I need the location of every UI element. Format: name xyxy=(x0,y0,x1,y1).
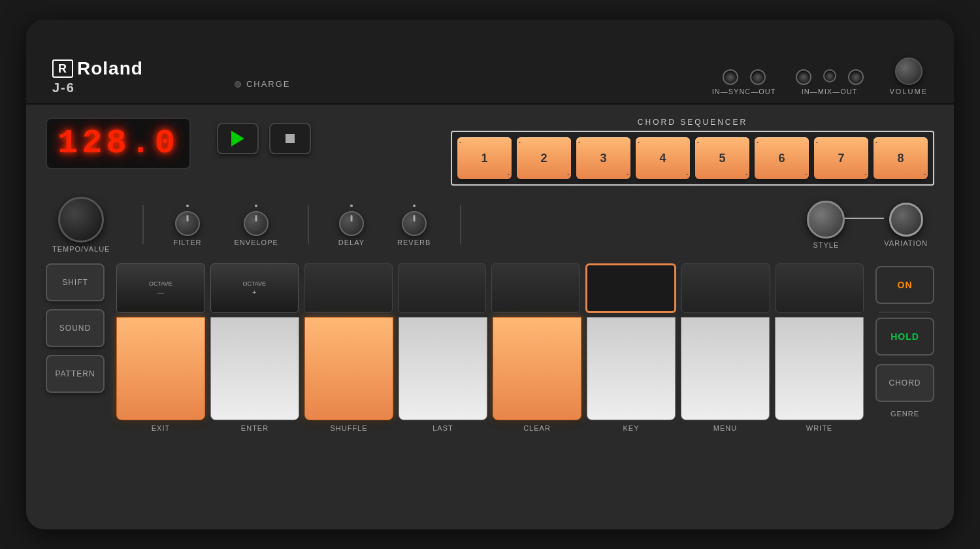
chord-sequencer: CHORD SEQUENCER 1 2 3 4 5 6 7 8 xyxy=(451,118,934,186)
stop-icon xyxy=(286,134,295,143)
mix-connector-group: IN—MIX—OUT xyxy=(796,69,864,95)
delay-dot xyxy=(350,205,353,207)
chord-seq-btn-6[interactable]: 6 xyxy=(755,137,809,179)
chord-button[interactable]: CHORD xyxy=(875,364,934,402)
mix-out-jack[interactable] xyxy=(848,69,864,85)
delay-knob[interactable] xyxy=(339,211,364,236)
chord-seq-frame: 1 2 3 4 5 6 7 8 xyxy=(451,131,934,186)
tempo-display: 128.0 xyxy=(46,118,191,169)
filter-label: FILTER xyxy=(173,239,201,246)
sync-jacks xyxy=(723,69,766,85)
black-key-7[interactable] xyxy=(681,263,770,313)
on-button[interactable]: ON xyxy=(875,266,934,304)
charge-label: CHARGE xyxy=(246,79,291,89)
roland-logo: R Roland xyxy=(52,58,143,79)
black-key-3[interactable] xyxy=(304,263,393,313)
menu-key[interactable] xyxy=(681,317,770,420)
mix-in-jack[interactable] xyxy=(796,69,811,85)
style-label: STYLE xyxy=(813,241,839,249)
key-labels: EXIT ENTER SHUFFLE LAST CLEAR KEY MENU W… xyxy=(116,424,864,432)
tempo-knob-label: TEMPO/VALUE xyxy=(52,245,110,253)
stop-button[interactable] xyxy=(269,123,311,154)
octave-plus-key[interactable]: OCTAVE + xyxy=(210,263,299,313)
enter-label: ENTER xyxy=(210,424,299,432)
mix-headphone-jack[interactable] xyxy=(823,69,836,82)
chord-seq-btn-7[interactable]: 7 xyxy=(814,137,868,179)
mix-jacks xyxy=(796,69,864,85)
black-key-8[interactable] xyxy=(776,263,864,313)
white-keys-row xyxy=(116,317,864,420)
reverb-dot xyxy=(413,205,416,207)
tempo-knob[interactable] xyxy=(58,197,104,242)
clear-key[interactable] xyxy=(493,317,581,420)
right-buttons: ON HOLD CHORD GENRE xyxy=(875,263,934,420)
device-body: R Roland J-6 CHARGE IN—SYNC—OUT xyxy=(26,20,954,529)
volume-knob[interactable] xyxy=(895,58,923,85)
chord-seq-btn-5[interactable]: 5 xyxy=(695,137,749,179)
black-key-6-orange[interactable] xyxy=(585,263,677,313)
chord-seq-label: CHORD SEQUENCER xyxy=(451,118,934,127)
shift-button[interactable]: SHIFT xyxy=(46,263,105,301)
style-variation-connector xyxy=(845,218,884,219)
menu-label: MENU xyxy=(681,424,770,432)
last-key[interactable] xyxy=(399,317,487,420)
octave-minus-key[interactable]: OCTAVE — xyxy=(116,263,205,313)
transport-buttons xyxy=(217,123,311,154)
chord-seq-btn-1[interactable]: 1 xyxy=(457,137,512,179)
black-key-5[interactable] xyxy=(491,263,580,313)
pattern-button[interactable]: PATTERN xyxy=(46,355,105,393)
chord-seq-btn-3[interactable]: 3 xyxy=(576,137,630,179)
last-label: LAST xyxy=(399,424,487,432)
main-panel: 128.0 CHORD SEQUENCER 1 xyxy=(26,105,954,529)
key-label: KEY xyxy=(587,424,676,432)
volume-label: VOLUME xyxy=(890,88,928,95)
connectors-area: IN—SYNC—OUT IN—MIX—OUT VOLUME xyxy=(712,58,928,95)
reverb-label: REVERB xyxy=(397,239,431,246)
charge-dot-icon xyxy=(235,81,241,88)
sync-label: IN—SYNC—OUT xyxy=(712,88,776,95)
envelope-dot xyxy=(255,205,257,207)
variation-knob[interactable] xyxy=(889,203,923,237)
play-button[interactable] xyxy=(217,123,259,154)
charge-area: CHARGE xyxy=(235,79,291,95)
enter-key[interactable] xyxy=(210,317,299,420)
black-keys-row: OCTAVE — OCTAVE + xyxy=(116,263,864,313)
shuffle-label: SHUFFLE xyxy=(304,424,393,432)
envelope-knob[interactable] xyxy=(244,211,269,236)
exit-key[interactable] xyxy=(116,317,205,420)
chord-seq-btn-8[interactable]: 8 xyxy=(874,137,928,179)
mix-label: IN—MIX—OUT xyxy=(802,88,858,95)
shuffle-key[interactable] xyxy=(304,317,393,420)
knob-divider-2 xyxy=(308,205,309,244)
chord-seq-btn-4[interactable]: 4 xyxy=(636,137,690,179)
genre-label: GENRE xyxy=(890,410,919,418)
sound-button[interactable]: SOUND xyxy=(46,309,105,347)
envelope-label: ENVELOPE xyxy=(235,239,278,246)
write-label: WRITE xyxy=(775,424,864,432)
variation-label: VARIATION xyxy=(884,239,928,247)
key-key[interactable] xyxy=(587,317,676,420)
roland-r-icon: R xyxy=(52,59,73,78)
black-key-4[interactable] xyxy=(398,263,487,313)
brand-area: R Roland J-6 xyxy=(52,58,143,95)
left-buttons: SHIFT SOUND PATTERN xyxy=(46,263,105,393)
filter-dot xyxy=(186,205,189,207)
exit-label: EXIT xyxy=(116,424,205,432)
hold-button[interactable]: HOLD xyxy=(875,318,934,356)
top-bar: R Roland J-6 CHARGE IN—SYNC—OUT xyxy=(26,20,954,105)
display-value: 128.0 xyxy=(57,124,179,163)
sync-in-jack[interactable] xyxy=(723,69,738,85)
sync-connector-group: IN—SYNC—OUT xyxy=(712,69,776,95)
play-icon xyxy=(231,131,244,146)
model-name: J-6 xyxy=(52,80,143,95)
style-knob[interactable] xyxy=(807,201,845,239)
sync-out-jack[interactable] xyxy=(750,69,766,85)
chord-seq-btn-2[interactable]: 2 xyxy=(517,137,571,179)
reverb-knob[interactable] xyxy=(402,211,427,236)
write-key[interactable] xyxy=(775,317,864,420)
brand-name: Roland xyxy=(77,58,143,79)
filter-knob[interactable] xyxy=(175,211,200,236)
knob-divider-3 xyxy=(460,205,461,244)
delay-label: DELAY xyxy=(338,239,365,246)
clear-label: CLEAR xyxy=(493,424,581,432)
